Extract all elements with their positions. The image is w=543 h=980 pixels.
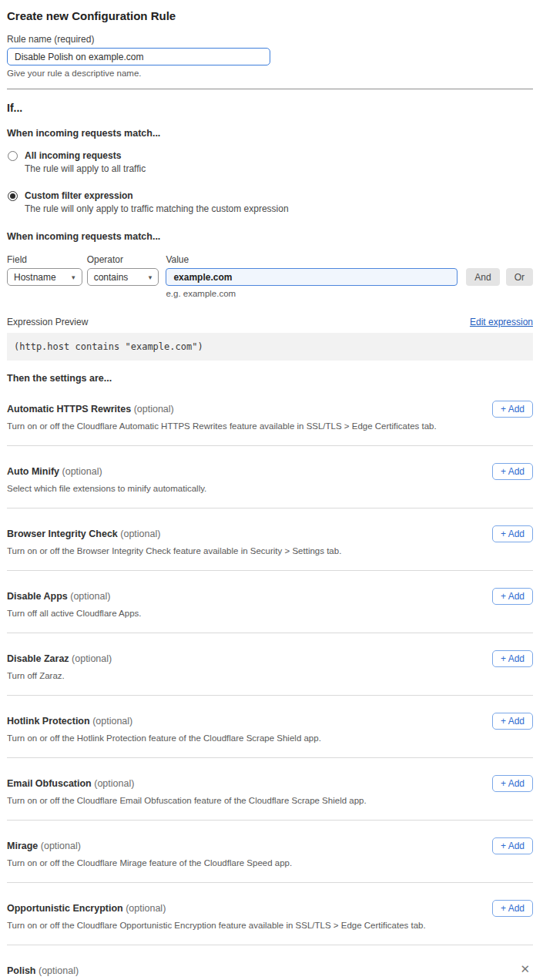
setting-disable-zaraz: Disable Zaraz (optional) Turn off Zaraz.… xyxy=(7,633,533,696)
radio-description: The rule will apply to all traffic xyxy=(25,163,146,174)
radio-option-custom-filter[interactable]: Custom filter expression The rule will o… xyxy=(7,190,533,214)
setting-description: Turn off Zaraz. xyxy=(7,671,533,681)
setting-optional: (optional) xyxy=(39,965,79,976)
and-button[interactable]: And xyxy=(466,268,499,286)
setting-name: Disable Apps xyxy=(7,591,68,602)
field-select[interactable]: Hostname ▾ xyxy=(7,268,82,286)
field-select-value: Hostname xyxy=(14,272,56,283)
rule-name-input[interactable] xyxy=(7,48,270,65)
setting-name: Polish xyxy=(7,965,36,976)
add-button[interactable]: + Add xyxy=(492,900,533,917)
expression-builder: Field Hostname ▾ Operator contains ▾ Val… xyxy=(7,254,533,298)
add-button[interactable]: + Add xyxy=(492,837,533,854)
radio-description: The rule will only apply to traffic matc… xyxy=(25,203,289,214)
value-label: Value xyxy=(166,254,458,265)
radio-option-all-requests[interactable]: All incoming requests The rule will appl… xyxy=(7,150,533,174)
value-input[interactable] xyxy=(166,268,458,286)
then-heading: Then the settings are... xyxy=(7,373,533,384)
rule-name-section: Rule name (required) Give your rule a de… xyxy=(7,34,533,78)
operator-label: Operator xyxy=(87,254,159,265)
setting-automatic-https-rewrites: Automatic HTTPS Rewrites (optional) Turn… xyxy=(7,384,533,446)
radio-label: All incoming requests xyxy=(25,150,146,161)
setting-name: Automatic HTTPS Rewrites xyxy=(7,404,131,414)
setting-optional: (optional) xyxy=(41,841,81,851)
setting-name: Auto Minify xyxy=(7,466,59,477)
field-label: Field xyxy=(7,254,82,265)
setting-description: Turn on or off the Cloudflare Automatic … xyxy=(7,421,533,431)
chevron-down-icon: ▾ xyxy=(149,274,153,281)
setting-optional: (optional) xyxy=(70,591,110,602)
chevron-down-icon: ▾ xyxy=(72,274,75,281)
setting-name: Hotlink Protection xyxy=(7,716,90,727)
setting-optional: (optional) xyxy=(120,529,160,539)
setting-polish: Polish (optional) ✕ Change the settings … xyxy=(7,945,533,980)
setting-opportunistic-encryption: Opportunistic Encryption (optional) Turn… xyxy=(7,883,533,945)
value-helper: e.g. example.com xyxy=(166,289,458,298)
if-heading: If... xyxy=(7,102,533,114)
or-button[interactable]: Or xyxy=(506,268,533,286)
operator-select-value: contains xyxy=(94,272,129,283)
rule-name-label: Rule name (required) xyxy=(7,34,533,45)
setting-name: Email Obfuscation xyxy=(7,778,92,789)
expression-preview-label: Expression Preview xyxy=(7,317,88,327)
expression-preview-code: (http.host contains "example.com") xyxy=(7,333,533,361)
create-configuration-rule-form: Create new Configuration Rule Rule name … xyxy=(0,0,543,980)
setting-description: Turn off all active Cloudflare Apps. xyxy=(7,609,533,619)
setting-description: Turn on or off the Browser Integrity Che… xyxy=(7,546,533,556)
setting-optional: (optional) xyxy=(62,466,102,477)
radio-button-all-requests[interactable] xyxy=(8,151,18,161)
setting-description: Select which file extensions to minify a… xyxy=(7,484,533,494)
expression-preview-header: Expression Preview Edit expression xyxy=(7,317,533,327)
add-button[interactable]: + Add xyxy=(492,463,533,480)
setting-name: Mirage xyxy=(7,841,38,851)
setting-disable-apps: Disable Apps (optional) Turn off all act… xyxy=(7,571,533,633)
setting-description: Turn on or off the Cloudflare Email Obfu… xyxy=(7,796,533,806)
setting-browser-integrity-check: Browser Integrity Check (optional) Turn … xyxy=(7,508,533,571)
setting-optional: (optional) xyxy=(92,716,132,727)
setting-email-obfuscation: Email Obfuscation (optional) Turn on or … xyxy=(7,758,533,821)
builder-heading: When incoming requests match... xyxy=(7,231,533,242)
setting-hotlink-protection: Hotlink Protection (optional) Turn on or… xyxy=(7,696,533,758)
setting-auto-minify: Auto Minify (optional) Select which file… xyxy=(7,446,533,508)
setting-name: Disable Zaraz xyxy=(7,653,69,664)
radio-label: Custom filter expression xyxy=(25,190,289,201)
setting-optional: (optional) xyxy=(126,903,166,914)
match-heading: When incoming requests match... xyxy=(7,128,533,139)
edit-expression-link[interactable]: Edit expression xyxy=(470,317,533,327)
add-button[interactable]: + Add xyxy=(492,401,533,418)
add-button[interactable]: + Add xyxy=(492,525,533,542)
setting-optional: (optional) xyxy=(72,653,112,664)
add-button[interactable]: + Add xyxy=(492,588,533,605)
setting-description: Turn on or off the Hotlink Protection fe… xyxy=(7,733,533,743)
add-button[interactable]: + Add xyxy=(492,650,533,667)
setting-description: Turn on or off the Cloudflare Opportunis… xyxy=(7,921,533,931)
setting-description: Turn on or off the Cloudflare Mirage fea… xyxy=(7,858,533,868)
operator-select[interactable]: contains ▾ xyxy=(87,268,159,286)
add-button[interactable]: + Add xyxy=(492,775,533,792)
setting-mirage: Mirage (optional) Turn on or off the Clo… xyxy=(7,821,533,883)
section-divider xyxy=(7,89,533,89)
setting-name: Browser Integrity Check xyxy=(7,529,118,539)
close-icon[interactable]: ✕ xyxy=(520,964,530,975)
radio-button-custom-filter[interactable] xyxy=(8,191,18,201)
setting-name: Opportunistic Encryption xyxy=(7,903,123,914)
setting-optional: (optional) xyxy=(134,404,174,414)
page-title: Create new Configuration Rule xyxy=(7,9,533,22)
setting-optional: (optional) xyxy=(94,778,134,789)
add-button[interactable]: + Add xyxy=(492,713,533,730)
rule-name-helper: Give your rule a descriptive name. xyxy=(7,69,533,78)
